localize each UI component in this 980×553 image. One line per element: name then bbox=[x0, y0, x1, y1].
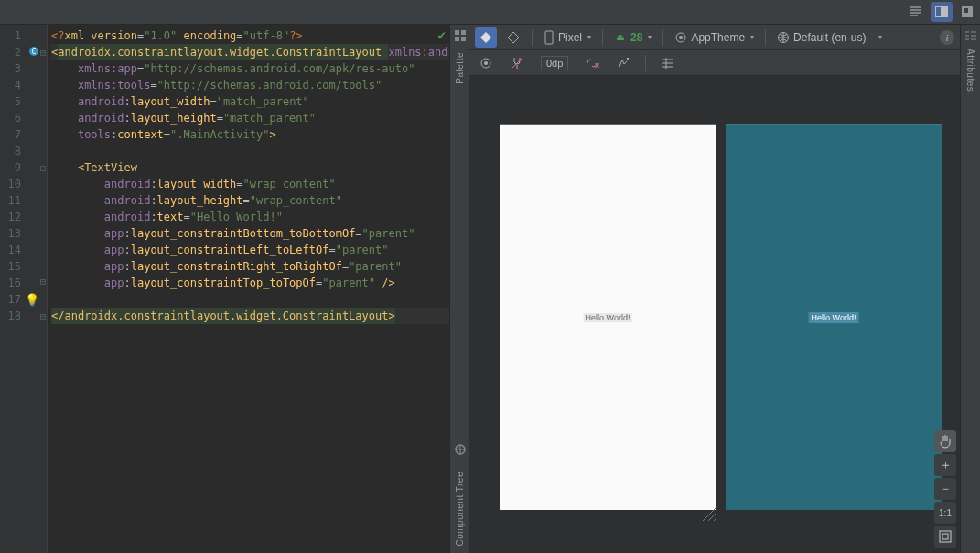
line-number: 3 bbox=[15, 62, 21, 75]
api-level: 28 bbox=[630, 31, 642, 44]
view-split-icon[interactable] bbox=[931, 2, 953, 22]
line-number: 6 bbox=[15, 112, 21, 125]
svg-point-21 bbox=[627, 58, 629, 60]
phone-icon bbox=[544, 30, 555, 45]
guidelines-icon[interactable] bbox=[657, 54, 679, 72]
svg-rect-23 bbox=[942, 534, 948, 539]
globe-icon bbox=[777, 31, 790, 44]
chevron-down-icon: ▾ bbox=[648, 33, 652, 41]
design-toolbar: Pixel ▾ 28 ▾ AppTheme ▾ Default (en-us) … bbox=[469, 25, 960, 50]
palette-tab-label: Palette bbox=[455, 52, 465, 84]
line-number: 2 bbox=[15, 46, 21, 59]
component-tree-icon bbox=[453, 442, 468, 457]
line-number: 5 bbox=[15, 95, 21, 108]
device-label: Pixel bbox=[558, 31, 582, 44]
svg-point-18 bbox=[484, 61, 488, 65]
info-icon[interactable]: i bbox=[940, 30, 954, 45]
line-number: 18 bbox=[8, 309, 21, 322]
line-number: 1 bbox=[15, 29, 21, 42]
view-options-icon[interactable] bbox=[475, 54, 497, 72]
view-code-icon[interactable] bbox=[909, 5, 923, 19]
svg-rect-9 bbox=[461, 37, 466, 41]
code-editor-pane: 1 2 C ⊟ 3 4 5 6 7 8 9⊟ 10 11 12 13 14 15… bbox=[0, 25, 449, 553]
margin-value: 0dp bbox=[541, 56, 568, 70]
svg-rect-6 bbox=[455, 30, 459, 35]
theme-icon bbox=[674, 31, 687, 44]
zoom-controls: ＋ － 1:1 bbox=[934, 430, 956, 548]
svg-rect-22 bbox=[940, 531, 951, 542]
theme-selector[interactable]: AppTheme ▾ bbox=[671, 29, 758, 46]
fold-toggle-icon[interactable]: ⊟ bbox=[40, 163, 46, 173]
palette-side-tab[interactable]: Palette Component Tree bbox=[449, 25, 469, 553]
attributes-tab-label: Attributes bbox=[965, 49, 975, 92]
fold-toggle-icon[interactable]: ⊟ bbox=[40, 48, 46, 58]
line-number: 16 bbox=[8, 276, 21, 289]
view-design-icon[interactable] bbox=[960, 5, 975, 19]
android-icon bbox=[614, 31, 627, 44]
code-area[interactable]: ✔ <?xml version="1.0" encoding="utf-8"?>… bbox=[48, 25, 449, 553]
blueprint-textview[interactable]: Hello World! bbox=[810, 313, 858, 322]
lightbulb-icon[interactable]: 💡 bbox=[25, 293, 39, 307]
default-margin-selector[interactable]: 0dp bbox=[537, 54, 572, 72]
line-number: 11 bbox=[8, 194, 21, 207]
infer-constraints-icon[interactable] bbox=[612, 54, 634, 72]
line-number: 13 bbox=[8, 227, 21, 240]
svg-point-12 bbox=[618, 36, 619, 38]
line-number: 9 bbox=[15, 161, 21, 174]
design-toolbar-secondary: 0dp ✕ bbox=[469, 50, 960, 76]
svg-rect-0 bbox=[936, 7, 942, 17]
gutter-info-icon[interactable]: C bbox=[28, 46, 39, 60]
line-number: 12 bbox=[8, 211, 21, 223]
zoom-out-button[interactable]: － bbox=[934, 478, 956, 500]
line-number: 7 bbox=[15, 128, 21, 141]
line-number: 4 bbox=[15, 79, 21, 92]
component-tree-tab-label: Component Tree bbox=[455, 472, 465, 547]
svg-point-15 bbox=[679, 36, 683, 39]
line-number: 15 bbox=[8, 260, 21, 273]
editor-view-tabs bbox=[0, 0, 980, 25]
line-number: 14 bbox=[8, 244, 21, 256]
line-number: 8 bbox=[15, 145, 21, 157]
chevron-down-icon: ▾ bbox=[750, 33, 754, 41]
design-canvas[interactable]: Hello World! Hello World! ＋ － 1:1 bbox=[469, 76, 960, 553]
design-surface-toggle[interactable] bbox=[475, 27, 497, 48]
svg-rect-7 bbox=[461, 30, 466, 35]
design-pane: Pixel ▾ 28 ▾ AppTheme ▾ Default (en-us) … bbox=[469, 25, 960, 553]
palette-icon bbox=[453, 28, 468, 43]
blueprint-toggle[interactable] bbox=[502, 28, 524, 47]
blueprint-preview[interactable]: Hello World! bbox=[726, 124, 942, 510]
chevron-down-icon: ▾ bbox=[878, 33, 882, 41]
pan-icon[interactable] bbox=[934, 430, 956, 452]
checkmark-icon: ✔ bbox=[438, 27, 446, 43]
clear-constraints-icon[interactable]: ✕ bbox=[581, 54, 603, 72]
svg-rect-8 bbox=[455, 37, 459, 41]
line-number: 10 bbox=[8, 178, 21, 190]
svg-rect-1 bbox=[942, 7, 948, 17]
chevron-down-icon: ▾ bbox=[587, 33, 591, 41]
attributes-icon bbox=[964, 28, 978, 43]
attributes-side-tab[interactable]: Attributes bbox=[960, 25, 980, 553]
svg-text:C: C bbox=[32, 48, 37, 56]
design-preview[interactable]: Hello World! bbox=[500, 124, 716, 510]
autoconnect-toggle-icon[interactable] bbox=[506, 54, 528, 72]
theme-label: AppTheme bbox=[691, 31, 745, 44]
resize-handle-icon[interactable] bbox=[701, 506, 717, 523]
line-number: 17 bbox=[8, 293, 21, 306]
locale-selector[interactable]: Default (en-us) ▾ bbox=[773, 29, 886, 46]
locale-label: Default (en-us) bbox=[793, 31, 866, 44]
api-selector[interactable]: 28 ▾ bbox=[610, 29, 655, 46]
zoom-fit-button[interactable] bbox=[934, 526, 956, 548]
fold-end-icon[interactable]: ⊟ bbox=[40, 311, 46, 321]
preview-textview[interactable]: Hello World! bbox=[584, 313, 632, 322]
svg-rect-11 bbox=[545, 31, 553, 44]
svg-text:✕: ✕ bbox=[594, 61, 599, 70]
gutter[interactable]: 1 2 C ⊟ 3 4 5 6 7 8 9⊟ 10 11 12 13 14 15… bbox=[0, 25, 48, 553]
zoom-reset-button[interactable]: 1:1 bbox=[934, 502, 956, 524]
svg-point-13 bbox=[621, 36, 623, 38]
device-selector[interactable]: Pixel ▾ bbox=[540, 28, 595, 47]
zoom-in-button[interactable]: ＋ bbox=[934, 454, 956, 476]
svg-rect-3 bbox=[964, 8, 968, 13]
fold-end-icon[interactable]: ⊟ bbox=[40, 276, 46, 287]
